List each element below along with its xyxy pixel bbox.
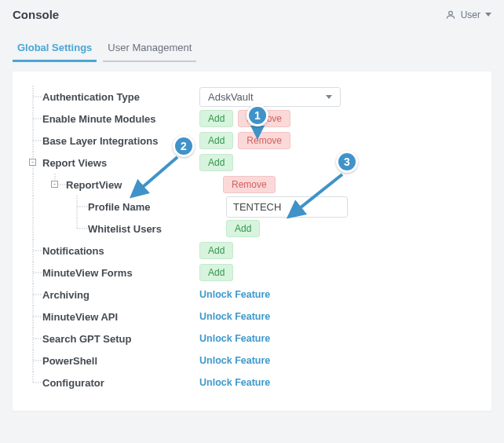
report-view-remove-button[interactable]: Remove xyxy=(223,176,276,193)
auth-type-value: AdskVault xyxy=(208,91,254,103)
chevron-down-icon xyxy=(326,95,332,99)
mv-forms-add-button[interactable]: Add xyxy=(199,264,233,281)
row-powershell-label: PowerShell xyxy=(42,355,199,367)
row-configurator-label: Configurator xyxy=(42,377,199,389)
row-mv-api-label: MinuteView API xyxy=(42,311,199,323)
row-mv-forms-label: MinuteView Forms xyxy=(42,267,199,279)
user-icon xyxy=(445,9,456,20)
row-report-views-label: Report Views xyxy=(42,157,199,169)
base-layer-remove-button[interactable]: Remove xyxy=(238,132,290,149)
callout-1: 1 xyxy=(247,104,268,126)
base-layer-add-button[interactable]: Add xyxy=(199,132,233,149)
auth-type-select[interactable]: AdskVault xyxy=(199,87,341,107)
row-auth-type-label: Authentication Type xyxy=(42,91,199,103)
row-archiving-label: Archiving xyxy=(42,289,199,301)
mv-api-unlock-link[interactable]: Unlock Feature xyxy=(199,311,270,322)
profile-name-input[interactable] xyxy=(226,196,348,218)
minute-modules-add-button[interactable]: Add xyxy=(199,110,233,127)
whitelist-add-button[interactable]: Add xyxy=(226,220,260,237)
row-gpt-label: Search GPT Setup xyxy=(42,333,199,345)
tab-global-settings[interactable]: Global Settings xyxy=(13,34,97,62)
chevron-down-icon xyxy=(485,13,491,16)
row-report-view-label: ReportView xyxy=(66,179,199,191)
report-view-collapse-toggle[interactable]: - xyxy=(51,181,58,188)
svg-point-0 xyxy=(448,11,452,15)
callout-2: 2 xyxy=(173,135,195,157)
archiving-unlock-link[interactable]: Unlock Feature xyxy=(199,289,270,300)
callout-3: 3 xyxy=(336,151,358,173)
row-profile-name-label: Profile Name xyxy=(88,201,226,213)
report-views-collapse-toggle[interactable]: - xyxy=(29,159,36,166)
row-notifications-label: Notifications xyxy=(42,245,199,257)
user-menu[interactable]: User xyxy=(445,9,491,20)
row-whitelist-label: Whitelist Users xyxy=(88,223,226,235)
tab-user-management[interactable]: User Management xyxy=(103,34,196,62)
gpt-unlock-link[interactable]: Unlock Feature xyxy=(199,333,270,344)
user-label: User xyxy=(461,9,480,20)
row-minute-modules-label: Enable Minute Modules xyxy=(42,113,199,125)
configurator-unlock-link[interactable]: Unlock Feature xyxy=(199,377,270,388)
powershell-unlock-link[interactable]: Unlock Feature xyxy=(199,355,270,366)
page-title: Console xyxy=(13,8,59,21)
report-views-add-button[interactable]: Add xyxy=(199,154,233,171)
notifications-add-button[interactable]: Add xyxy=(199,242,233,259)
